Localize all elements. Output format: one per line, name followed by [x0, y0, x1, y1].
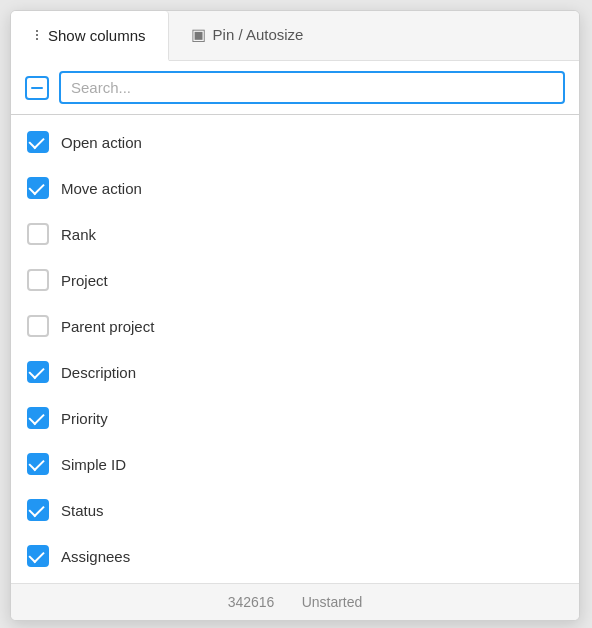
checkbox-simple-id[interactable]: [27, 453, 49, 475]
minus-icon: [31, 87, 43, 89]
search-wrapper: [59, 71, 565, 104]
checkbox-parent-project[interactable]: [27, 315, 49, 337]
checkbox-rank[interactable]: [27, 223, 49, 245]
search-bar: [11, 61, 579, 115]
column-label-open-action: Open action: [61, 134, 142, 151]
column-item-move-action[interactable]: Move action: [11, 165, 579, 211]
checkbox-open-action[interactable]: [27, 131, 49, 153]
column-label-rank: Rank: [61, 226, 96, 243]
columns-icon: ⫶: [33, 26, 41, 44]
column-label-assignees: Assignees: [61, 548, 130, 565]
tab-pin-autosize-label: Pin / Autosize: [213, 26, 304, 43]
column-label-status: Status: [61, 502, 104, 519]
column-label-simple-id: Simple ID: [61, 456, 126, 473]
column-item-assignees[interactable]: Assignees: [11, 533, 579, 579]
checkbox-status[interactable]: [27, 499, 49, 521]
column-label-parent-project: Parent project: [61, 318, 154, 335]
tab-pin-autosize[interactable]: ▣ Pin / Autosize: [169, 11, 326, 60]
column-label-move-action: Move action: [61, 180, 142, 197]
tab-show-columns[interactable]: ⫶ Show columns: [11, 11, 169, 61]
column-item-simple-id[interactable]: Simple ID: [11, 441, 579, 487]
footer-bar: 342616 Unstarted: [11, 583, 579, 620]
column-label-priority: Priority: [61, 410, 108, 427]
column-item-priority[interactable]: Priority: [11, 395, 579, 441]
checkbox-project[interactable]: [27, 269, 49, 291]
column-item-description[interactable]: Description: [11, 349, 579, 395]
tab-show-columns-label: Show columns: [48, 27, 146, 44]
column-list: Open actionMove actionRankProjectParent …: [11, 115, 579, 583]
deselect-all-button[interactable]: [25, 76, 49, 100]
search-input[interactable]: [71, 79, 553, 96]
column-item-parent-project[interactable]: Parent project: [11, 303, 579, 349]
footer-status: 342616 Unstarted: [228, 594, 363, 610]
column-item-rank[interactable]: Rank: [11, 211, 579, 257]
column-item-status[interactable]: Status: [11, 487, 579, 533]
tab-bar: ⫶ Show columns ▣ Pin / Autosize: [11, 11, 579, 61]
checkbox-description[interactable]: [27, 361, 49, 383]
column-label-description: Description: [61, 364, 136, 381]
column-item-project[interactable]: Project: [11, 257, 579, 303]
column-panel: ⫶ Show columns ▣ Pin / Autosize Open act…: [10, 10, 580, 621]
column-item-open-action[interactable]: Open action: [11, 119, 579, 165]
checkbox-priority[interactable]: [27, 407, 49, 429]
pin-icon: ▣: [191, 25, 206, 44]
column-label-project: Project: [61, 272, 108, 289]
checkbox-move-action[interactable]: [27, 177, 49, 199]
checkbox-assignees[interactable]: [27, 545, 49, 567]
